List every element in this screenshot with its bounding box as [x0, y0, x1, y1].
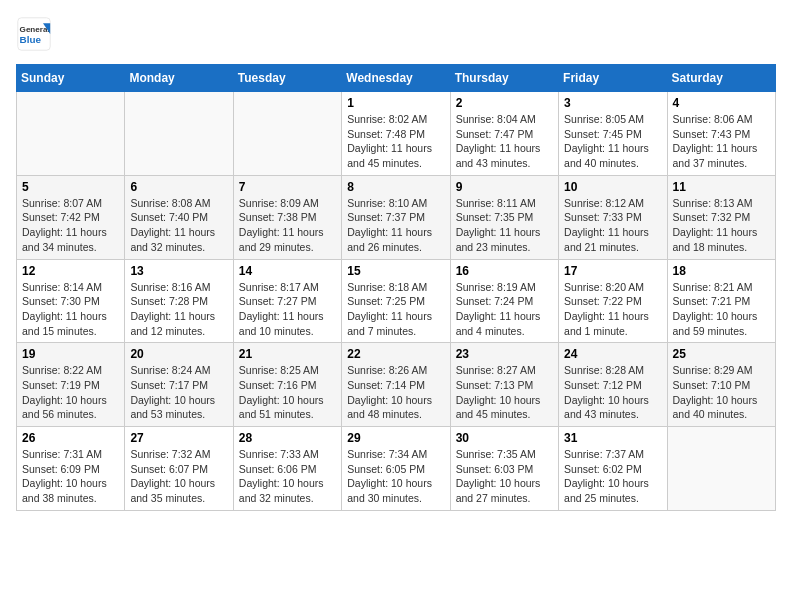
calendar-day-17: 17Sunrise: 8:20 AM Sunset: 7:22 PM Dayli… [559, 259, 667, 343]
day-number: 1 [347, 96, 444, 110]
day-info: Sunrise: 8:11 AM Sunset: 7:35 PM Dayligh… [456, 196, 553, 255]
calendar-day-2: 2Sunrise: 8:04 AM Sunset: 7:47 PM Daylig… [450, 92, 558, 176]
calendar-day-21: 21Sunrise: 8:25 AM Sunset: 7:16 PM Dayli… [233, 343, 341, 427]
day-number: 25 [673, 347, 770, 361]
day-number: 11 [673, 180, 770, 194]
calendar-day-6: 6Sunrise: 8:08 AM Sunset: 7:40 PM Daylig… [125, 175, 233, 259]
calendar-table: SundayMondayTuesdayWednesdayThursdayFrid… [16, 64, 776, 511]
calendar-week-row: 1Sunrise: 8:02 AM Sunset: 7:48 PM Daylig… [17, 92, 776, 176]
day-info: Sunrise: 8:16 AM Sunset: 7:28 PM Dayligh… [130, 280, 227, 339]
logo: General Blue [16, 16, 56, 52]
day-info: Sunrise: 8:27 AM Sunset: 7:13 PM Dayligh… [456, 363, 553, 422]
calendar-day-20: 20Sunrise: 8:24 AM Sunset: 7:17 PM Dayli… [125, 343, 233, 427]
calendar-day-24: 24Sunrise: 8:28 AM Sunset: 7:12 PM Dayli… [559, 343, 667, 427]
day-info: Sunrise: 8:13 AM Sunset: 7:32 PM Dayligh… [673, 196, 770, 255]
weekday-header-thursday: Thursday [450, 65, 558, 92]
day-info: Sunrise: 8:09 AM Sunset: 7:38 PM Dayligh… [239, 196, 336, 255]
day-info: Sunrise: 7:37 AM Sunset: 6:02 PM Dayligh… [564, 447, 661, 506]
calendar-week-row: 26Sunrise: 7:31 AM Sunset: 6:09 PM Dayli… [17, 427, 776, 511]
day-info: Sunrise: 8:02 AM Sunset: 7:48 PM Dayligh… [347, 112, 444, 171]
weekday-header-saturday: Saturday [667, 65, 775, 92]
calendar-day-27: 27Sunrise: 7:32 AM Sunset: 6:07 PM Dayli… [125, 427, 233, 511]
day-number: 16 [456, 264, 553, 278]
calendar-day-23: 23Sunrise: 8:27 AM Sunset: 7:13 PM Dayli… [450, 343, 558, 427]
day-number: 19 [22, 347, 119, 361]
calendar-day-31: 31Sunrise: 7:37 AM Sunset: 6:02 PM Dayli… [559, 427, 667, 511]
day-number: 27 [130, 431, 227, 445]
day-number: 9 [456, 180, 553, 194]
calendar-day-26: 26Sunrise: 7:31 AM Sunset: 6:09 PM Dayli… [17, 427, 125, 511]
day-info: Sunrise: 8:12 AM Sunset: 7:33 PM Dayligh… [564, 196, 661, 255]
calendar-day-19: 19Sunrise: 8:22 AM Sunset: 7:19 PM Dayli… [17, 343, 125, 427]
calendar-day-15: 15Sunrise: 8:18 AM Sunset: 7:25 PM Dayli… [342, 259, 450, 343]
day-number: 3 [564, 96, 661, 110]
day-number: 10 [564, 180, 661, 194]
day-info: Sunrise: 8:26 AM Sunset: 7:14 PM Dayligh… [347, 363, 444, 422]
weekday-header-tuesday: Tuesday [233, 65, 341, 92]
day-number: 12 [22, 264, 119, 278]
day-info: Sunrise: 8:05 AM Sunset: 7:45 PM Dayligh… [564, 112, 661, 171]
calendar-day-22: 22Sunrise: 8:26 AM Sunset: 7:14 PM Dayli… [342, 343, 450, 427]
calendar-day-9: 9Sunrise: 8:11 AM Sunset: 7:35 PM Daylig… [450, 175, 558, 259]
day-number: 30 [456, 431, 553, 445]
day-number: 22 [347, 347, 444, 361]
calendar-week-row: 19Sunrise: 8:22 AM Sunset: 7:19 PM Dayli… [17, 343, 776, 427]
calendar-day-4: 4Sunrise: 8:06 AM Sunset: 7:43 PM Daylig… [667, 92, 775, 176]
weekday-header-friday: Friday [559, 65, 667, 92]
day-number: 8 [347, 180, 444, 194]
day-number: 4 [673, 96, 770, 110]
day-number: 23 [456, 347, 553, 361]
day-info: Sunrise: 8:10 AM Sunset: 7:37 PM Dayligh… [347, 196, 444, 255]
day-info: Sunrise: 8:28 AM Sunset: 7:12 PM Dayligh… [564, 363, 661, 422]
calendar-day-16: 16Sunrise: 8:19 AM Sunset: 7:24 PM Dayli… [450, 259, 558, 343]
day-info: Sunrise: 8:07 AM Sunset: 7:42 PM Dayligh… [22, 196, 119, 255]
calendar-empty-cell [125, 92, 233, 176]
day-info: Sunrise: 8:25 AM Sunset: 7:16 PM Dayligh… [239, 363, 336, 422]
day-info: Sunrise: 8:17 AM Sunset: 7:27 PM Dayligh… [239, 280, 336, 339]
day-info: Sunrise: 8:19 AM Sunset: 7:24 PM Dayligh… [456, 280, 553, 339]
weekday-header-wednesday: Wednesday [342, 65, 450, 92]
day-info: Sunrise: 7:35 AM Sunset: 6:03 PM Dayligh… [456, 447, 553, 506]
calendar-empty-cell [233, 92, 341, 176]
day-number: 26 [22, 431, 119, 445]
calendar-day-25: 25Sunrise: 8:29 AM Sunset: 7:10 PM Dayli… [667, 343, 775, 427]
calendar-day-5: 5Sunrise: 8:07 AM Sunset: 7:42 PM Daylig… [17, 175, 125, 259]
calendar-day-1: 1Sunrise: 8:02 AM Sunset: 7:48 PM Daylig… [342, 92, 450, 176]
day-number: 14 [239, 264, 336, 278]
calendar-day-8: 8Sunrise: 8:10 AM Sunset: 7:37 PM Daylig… [342, 175, 450, 259]
day-number: 13 [130, 264, 227, 278]
calendar-day-11: 11Sunrise: 8:13 AM Sunset: 7:32 PM Dayli… [667, 175, 775, 259]
day-number: 7 [239, 180, 336, 194]
svg-text:Blue: Blue [20, 34, 42, 45]
calendar-day-18: 18Sunrise: 8:21 AM Sunset: 7:21 PM Dayli… [667, 259, 775, 343]
calendar-day-14: 14Sunrise: 8:17 AM Sunset: 7:27 PM Dayli… [233, 259, 341, 343]
weekday-header-monday: Monday [125, 65, 233, 92]
day-number: 28 [239, 431, 336, 445]
day-info: Sunrise: 7:31 AM Sunset: 6:09 PM Dayligh… [22, 447, 119, 506]
day-info: Sunrise: 8:29 AM Sunset: 7:10 PM Dayligh… [673, 363, 770, 422]
calendar-empty-cell [17, 92, 125, 176]
calendar-day-29: 29Sunrise: 7:34 AM Sunset: 6:05 PM Dayli… [342, 427, 450, 511]
svg-text:General: General [20, 25, 50, 34]
page-header: General Blue [16, 16, 776, 52]
day-number: 15 [347, 264, 444, 278]
logo-icon: General Blue [16, 16, 52, 52]
calendar-day-7: 7Sunrise: 8:09 AM Sunset: 7:38 PM Daylig… [233, 175, 341, 259]
day-info: Sunrise: 8:21 AM Sunset: 7:21 PM Dayligh… [673, 280, 770, 339]
day-number: 6 [130, 180, 227, 194]
calendar-day-12: 12Sunrise: 8:14 AM Sunset: 7:30 PM Dayli… [17, 259, 125, 343]
day-info: Sunrise: 8:18 AM Sunset: 7:25 PM Dayligh… [347, 280, 444, 339]
calendar-week-row: 12Sunrise: 8:14 AM Sunset: 7:30 PM Dayli… [17, 259, 776, 343]
day-info: Sunrise: 8:04 AM Sunset: 7:47 PM Dayligh… [456, 112, 553, 171]
calendar-day-28: 28Sunrise: 7:33 AM Sunset: 6:06 PM Dayli… [233, 427, 341, 511]
day-info: Sunrise: 8:06 AM Sunset: 7:43 PM Dayligh… [673, 112, 770, 171]
day-info: Sunrise: 8:08 AM Sunset: 7:40 PM Dayligh… [130, 196, 227, 255]
day-info: Sunrise: 8:24 AM Sunset: 7:17 PM Dayligh… [130, 363, 227, 422]
day-number: 20 [130, 347, 227, 361]
day-number: 21 [239, 347, 336, 361]
day-info: Sunrise: 7:34 AM Sunset: 6:05 PM Dayligh… [347, 447, 444, 506]
day-number: 31 [564, 431, 661, 445]
calendar-week-row: 5Sunrise: 8:07 AM Sunset: 7:42 PM Daylig… [17, 175, 776, 259]
day-number: 5 [22, 180, 119, 194]
day-info: Sunrise: 8:14 AM Sunset: 7:30 PM Dayligh… [22, 280, 119, 339]
